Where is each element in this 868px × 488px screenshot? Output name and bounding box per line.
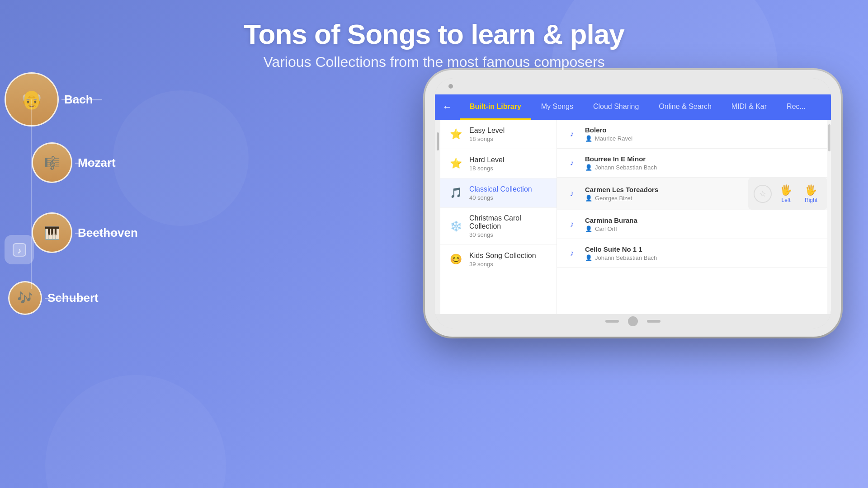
left-hand-icon: 🖐 (780, 184, 792, 196)
hard-level-count: 18 songs (469, 165, 504, 172)
easy-level-icon: ⭐ (448, 126, 464, 142)
person-icon: 👤 (585, 195, 592, 202)
right-scroll-thumb (828, 124, 830, 151)
carmen-artist: Georges Bizet (595, 195, 632, 202)
app-content: ← Built-in Library My Songs Cloud Sharin… (435, 94, 831, 314)
phone-mockup: ← Built-in Library My Songs Cloud Sharin… (425, 70, 841, 337)
classical-icon: 🎵 (448, 185, 464, 201)
bottom-btn-recent[interactable] (647, 320, 660, 323)
beethoven-avatar: 🎹 (32, 212, 72, 253)
tab-builtin-library[interactable]: Built-in Library (460, 94, 531, 120)
classical-count: 40 songs (469, 194, 532, 201)
right-scrollbar (827, 120, 831, 314)
left-label: Left (781, 197, 790, 203)
bourree-title: Bourree In E Minor (585, 155, 657, 163)
bottom-btn-back[interactable] (605, 320, 619, 323)
collection-christmas[interactable]: ❄️ Christmas Carol Collection 30 songs (440, 208, 557, 245)
right-hand-icon: 🖐 (805, 184, 817, 196)
songs-panel[interactable]: ♪ Bolero 👤 Maurice Ravel (557, 120, 827, 314)
composer-beethoven: 🎹 Beethoven (32, 212, 138, 253)
phone-top-bar (435, 78, 831, 94)
mozart-avatar: 🎼 (32, 142, 72, 183)
composer-bach: 👴 Bach (5, 72, 93, 127)
person-icon: 👤 (585, 135, 592, 142)
carmina-title: Carmina Burana (585, 216, 637, 224)
composer-schubert: 🎶 Schubert (8, 281, 99, 315)
christmas-count: 30 songs (469, 231, 549, 238)
tab-midi-kar[interactable]: MIDI & Kar (722, 94, 777, 120)
classical-name: Classical Collection (469, 185, 532, 193)
person-icon: 👤 (585, 164, 592, 171)
tab-bar: ← Built-in Library My Songs Cloud Sharin… (435, 94, 831, 120)
collection-easy-level[interactable]: ⭐ Easy Level 18 songs (440, 120, 557, 149)
carmina-artist: Carl Orff (595, 225, 617, 232)
tab-my-songs[interactable]: My Songs (531, 94, 583, 120)
song-cello[interactable]: ♪ Cello Suite No 1 1 👤 Johann Sebastian … (557, 239, 827, 268)
song-carmen[interactable]: ♪ Carmen Les Toreadors 👤 Georges Bizet (557, 178, 827, 210)
left-hand-button[interactable]: 🖐 Left (775, 182, 797, 206)
scroll-thumb (437, 132, 439, 150)
carmen-title: Carmen Les Toreadors (585, 186, 658, 193)
kids-count: 39 songs (469, 261, 536, 267)
schubert-avatar: 🎶 (8, 281, 42, 315)
person-icon: 👤 (585, 254, 592, 261)
phone-inner: ← Built-in Library My Songs Cloud Sharin… (435, 78, 831, 328)
song-carmina[interactable]: ♪ Carmina Burana 👤 Carl Orff (557, 210, 827, 239)
right-label: Right (805, 197, 817, 203)
bolero-artist: Maurice Ravel (595, 135, 632, 142)
composer-mozart: 🎼 Mozart (32, 142, 116, 183)
song-actions: ☆ 🖐 Left 🖐 Right (748, 178, 827, 210)
right-hand-button[interactable]: 🖐 Right (800, 182, 822, 206)
song-note-icon: ♪ (570, 189, 574, 198)
hard-level-icon: ⭐ (448, 155, 464, 172)
hard-level-name: Hard Level (469, 156, 504, 164)
christmas-name: Christmas Carol Collection (469, 214, 549, 230)
page-header: Tons of Songs to learn & play Various Co… (0, 0, 868, 70)
page-subtitle: Various Collections from the most famous… (0, 54, 868, 70)
kids-name: Kids Song Collection (469, 252, 536, 260)
back-button[interactable]: ← (435, 94, 460, 120)
kids-icon: 😊 (448, 251, 464, 267)
song-note-icon: ♪ (570, 158, 574, 168)
bottom-btn-home[interactable] (628, 316, 638, 326)
collection-kids[interactable]: 😊 Kids Song Collection 39 songs (440, 245, 557, 274)
bach-avatar: 👴 (5, 72, 59, 127)
bourree-artist: Johann Sebastian Bach (595, 164, 657, 171)
main-area: ⭐ Easy Level 18 songs ⭐ Hard Level 18 so… (435, 120, 831, 314)
song-bolero[interactable]: ♪ Bolero 👤 Maurice Ravel (557, 120, 827, 149)
collections-panel[interactable]: ⭐ Easy Level 18 songs ⭐ Hard Level 18 so… (440, 120, 557, 314)
svg-text:♪: ♪ (17, 246, 21, 255)
left-scroll-indicator (435, 120, 440, 314)
easy-level-count: 18 songs (469, 136, 505, 142)
tab-online-search[interactable]: Online & Search (649, 94, 722, 120)
composers-section: 👴 Bach 🎼 Mozart ♪ 🎹 Beethoven 🎶 Schubert (0, 59, 154, 375)
easy-level-name: Easy Level (469, 127, 505, 135)
person-icon: 👤 (585, 225, 592, 232)
song-note-icon: ♪ (570, 129, 574, 139)
phone-bottom-bar (435, 314, 831, 328)
tab-rec[interactable]: Rec... (777, 94, 816, 120)
collection-classical[interactable]: 🎵 Classical Collection 40 songs (440, 178, 557, 208)
song-bourree[interactable]: ♪ Bourree In E Minor 👤 Johann Sebastian … (557, 149, 827, 178)
song-note-icon: ♪ (570, 249, 574, 258)
tab-cloud-sharing[interactable]: Cloud Sharing (583, 94, 649, 120)
collection-hard-level[interactable]: ⭐ Hard Level 18 songs (440, 149, 557, 178)
christmas-icon: ❄️ (448, 218, 464, 235)
camera-dot (448, 84, 453, 89)
cello-artist: Johann Sebastian Bach (595, 254, 657, 261)
favorite-button[interactable]: ☆ (754, 185, 772, 203)
page-title: Tons of Songs to learn & play (0, 18, 868, 50)
bolero-title: Bolero (585, 126, 632, 134)
song-note-icon: ♪ (570, 220, 574, 229)
cello-title: Cello Suite No 1 1 (585, 245, 657, 253)
music-note-icon: ♪ (5, 235, 34, 264)
